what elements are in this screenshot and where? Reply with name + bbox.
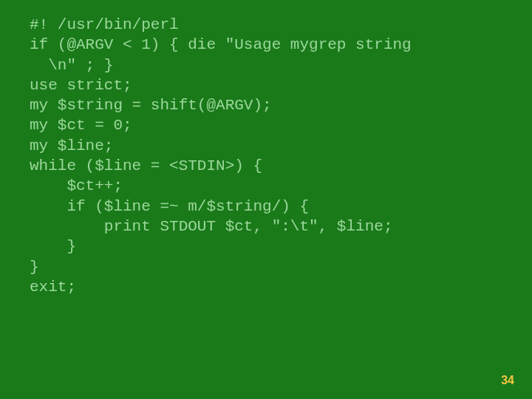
slide: #! /usr/bin/perl if (@ARGV < 1) { die "U… — [0, 0, 532, 399]
page-number: 34 — [501, 374, 514, 387]
code-block: #! /usr/bin/perl if (@ARGV < 1) { die "U… — [30, 15, 502, 297]
